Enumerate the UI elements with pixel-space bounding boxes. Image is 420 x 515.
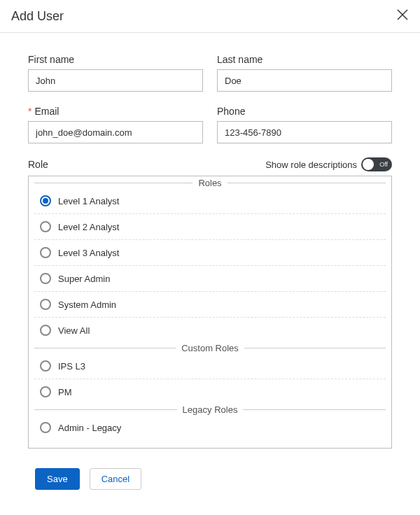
toggle-knob-icon xyxy=(363,159,374,170)
last-name-label: Last name xyxy=(217,54,392,65)
first-name-input[interactable] xyxy=(28,69,203,92)
required-asterisk-icon: * xyxy=(28,106,31,117)
phone-input[interactable] xyxy=(217,121,392,143)
role-option-label: System Admin xyxy=(58,299,116,310)
role-option-label: Level 3 Analyst xyxy=(58,248,119,258)
role-option-label: View All xyxy=(58,325,90,336)
role-option[interactable]: View All xyxy=(34,318,386,343)
radio-icon[interactable] xyxy=(40,195,51,206)
radio-icon[interactable] xyxy=(40,386,51,397)
role-option-label: Super Admin xyxy=(58,274,110,284)
show-descriptions-toggle[interactable]: Off xyxy=(361,157,392,171)
radio-icon[interactable] xyxy=(40,247,51,258)
field-email: *Email xyxy=(28,106,203,143)
role-option[interactable]: Admin - Legacy xyxy=(34,415,386,440)
role-option[interactable]: IPS L3 xyxy=(34,353,386,379)
dialog-title: Add User xyxy=(11,9,64,24)
role-group-custom-legend: Custom Roles xyxy=(176,343,244,353)
toggle-state-text: Off xyxy=(379,161,388,168)
radio-icon[interactable] xyxy=(40,325,51,336)
role-option-label: Level 2 Analyst xyxy=(58,222,119,232)
role-group-custom: Custom Roles IPS L3 PM xyxy=(34,343,386,404)
role-option-label: Level 1 Analyst xyxy=(58,196,119,206)
role-group-legacy-legend: Legacy Roles xyxy=(177,404,244,415)
role-option[interactable]: System Admin xyxy=(34,292,386,318)
radio-icon[interactable] xyxy=(40,360,51,372)
field-last-name: Last name xyxy=(217,54,392,92)
first-name-label: First name xyxy=(28,54,203,65)
role-header: Role Show role descriptions Off xyxy=(28,157,392,171)
toggle-label: Show role descriptions xyxy=(265,160,357,170)
dialog-footer: Save Cancel xyxy=(0,456,420,511)
radio-icon[interactable] xyxy=(40,299,51,310)
role-option[interactable]: Level 1 Analyst xyxy=(34,188,386,214)
role-option-label: PM xyxy=(58,387,72,397)
role-group-legacy: Legacy Roles Admin - Legacy xyxy=(34,404,386,440)
radio-icon[interactable] xyxy=(40,273,51,284)
field-phone: Phone xyxy=(217,106,392,143)
role-option-label: IPS L3 xyxy=(58,361,85,372)
role-label: Role xyxy=(28,159,48,170)
radio-icon[interactable] xyxy=(40,422,51,433)
phone-label: Phone xyxy=(217,106,392,117)
role-option[interactable]: PM xyxy=(34,379,386,404)
form-body: First name Last name *Email Phone Role S… xyxy=(0,33,420,456)
last-name-input[interactable] xyxy=(217,69,392,92)
field-first-name: First name xyxy=(28,54,203,92)
roles-listbox[interactable]: Roles Level 1 Analyst Level 2 Analyst Le… xyxy=(28,176,392,449)
email-label: *Email xyxy=(28,106,203,117)
role-option[interactable]: Level 2 Analyst xyxy=(34,214,386,240)
role-option[interactable]: Super Admin xyxy=(34,266,386,292)
role-group-roles-legend: Roles xyxy=(192,178,227,188)
save-button[interactable]: Save xyxy=(35,468,80,490)
dialog-header: Add User xyxy=(0,0,420,33)
cancel-button[interactable]: Cancel xyxy=(90,468,141,490)
radio-icon[interactable] xyxy=(40,221,51,232)
role-option[interactable]: Level 3 Analyst xyxy=(34,240,386,266)
close-icon[interactable] xyxy=(396,8,409,24)
role-group-roles: Roles Level 1 Analyst Level 2 Analyst Le… xyxy=(34,178,386,343)
email-input[interactable] xyxy=(28,121,203,143)
role-option-label: Admin - Legacy xyxy=(58,423,121,433)
